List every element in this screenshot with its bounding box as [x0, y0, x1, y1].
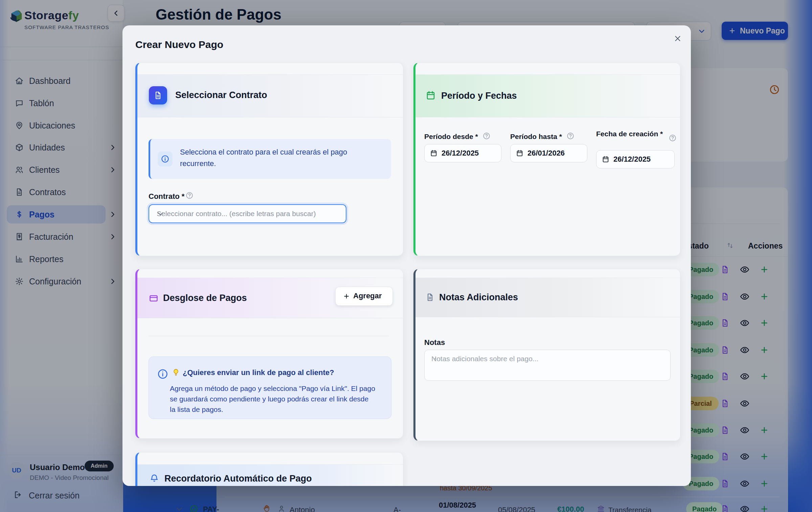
- contract-section: Seleccionar Contrato Selecciona el contr…: [135, 63, 403, 256]
- creation-date-label: Fecha de creación *: [596, 129, 668, 139]
- close-button[interactable]: [670, 31, 685, 46]
- breakdown-section-title: Desglose de Pagos: [163, 293, 247, 303]
- help-icon[interactable]: [566, 132, 574, 140]
- period-from-label: Período desde *: [424, 133, 478, 141]
- contract-section-title: Seleccionar Contrato: [175, 90, 267, 100]
- contract-select[interactable]: Seleccionar contrato... (escribe letras …: [149, 204, 346, 223]
- info-chip: [158, 152, 173, 166]
- calendar-icon: [516, 149, 523, 157]
- contract-info-box: Selecciona el contrato para el cual crea…: [149, 139, 391, 179]
- reminder-section-title: Recordatorio Automático de Pago: [164, 473, 312, 484]
- add-payment-method-button[interactable]: Agregar: [335, 287, 393, 306]
- period-to-input[interactable]: 26/01/2026: [510, 144, 587, 162]
- tip-body: Agrega un método de pago y selecciona "P…: [170, 383, 376, 415]
- resize-handle[interactable]: [431, 355, 437, 360]
- contract-select-placeholder: Seleccionar contrato... (escribe letras …: [157, 205, 316, 222]
- info-icon: [161, 155, 170, 163]
- bell-icon: [150, 473, 159, 483]
- lightbulb-icon: [172, 368, 180, 376]
- period-section: Período y Fechas Período desde * 26/12/2…: [413, 63, 680, 256]
- period-to-value: 26/01/2026: [527, 144, 565, 162]
- payment-link-tip: ¿Quieres enviar un link de pago al clien…: [149, 356, 391, 419]
- creation-date-input[interactable]: 26/12/2025: [596, 150, 675, 168]
- modal-title: Crear Nuevo Pago: [135, 39, 223, 50]
- calendar-icon: [602, 156, 609, 163]
- notes-section-title: Notas Adicionales: [439, 292, 518, 303]
- period-from-value: 26/12/2025: [442, 144, 479, 162]
- tip-title: ¿Quieres enviar un link de pago al clien…: [183, 368, 334, 377]
- help-icon[interactable]: [482, 132, 491, 140]
- period-from-input[interactable]: 26/12/2025: [424, 144, 501, 162]
- info-icon: [157, 368, 168, 380]
- notes-textarea[interactable]: Notas adicionales sobre el pago...: [424, 350, 671, 381]
- close-icon: [673, 34, 682, 43]
- notes-section: Notas Adicionales Notas Notas adicionale…: [413, 269, 680, 441]
- reminder-section: Recordatorio Automático de Pago: [135, 452, 403, 486]
- contract-info-text: Selecciona el contrato para el cual crea…: [180, 146, 378, 169]
- screen: Gestión de Pagos Nuevo Pago Estado Accio…: [0, 0, 812, 512]
- calendar-icon: [426, 90, 436, 100]
- calendar-icon: [430, 149, 437, 157]
- add-button-label: Agregar: [353, 287, 382, 305]
- help-icon[interactable]: [185, 191, 194, 200]
- breakdown-section: Desglose de Pagos Agregar ¿Quieres envia…: [135, 269, 403, 439]
- contract-icon-box: [149, 86, 167, 104]
- creation-date-value: 26/12/2025: [613, 150, 651, 168]
- credit-card-icon: [149, 294, 158, 303]
- plus-icon: [343, 293, 350, 300]
- period-to-label: Período hasta *: [510, 133, 562, 141]
- notes-placeholder: Notas adicionales sobre el pago...: [431, 355, 538, 363]
- notes-label: Notas: [424, 338, 445, 347]
- document-icon: [154, 91, 162, 100]
- chevron-down-icon: [157, 210, 164, 217]
- note-icon: [426, 293, 434, 302]
- create-payment-modal: Crear Nuevo Pago Seleccionar Contrato Se…: [122, 25, 691, 486]
- period-section-title: Período y Fechas: [441, 91, 517, 101]
- help-icon[interactable]: [669, 134, 677, 142]
- contract-field-label: Contrato *: [149, 192, 184, 201]
